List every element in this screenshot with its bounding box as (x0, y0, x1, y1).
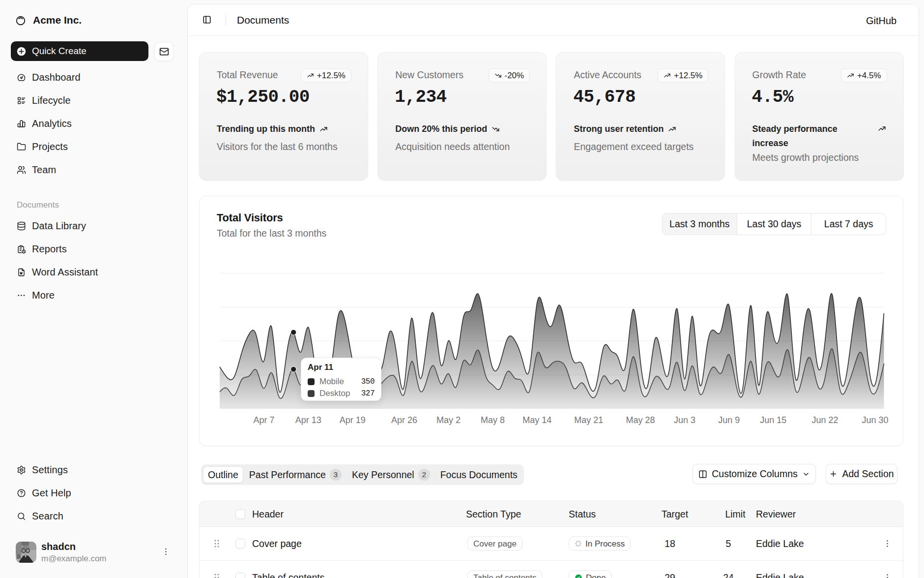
svg-text:Jun 9: Jun 9 (718, 415, 740, 425)
svg-text:May 2: May 2 (436, 415, 461, 425)
svg-text:Jun 22: Jun 22 (811, 415, 838, 425)
svg-text:May 14: May 14 (522, 415, 551, 425)
svg-text:Jun 15: Jun 15 (760, 415, 786, 425)
svg-text:Apr 26: Apr 26 (391, 415, 417, 425)
svg-text:May 28: May 28 (626, 415, 655, 425)
svg-text:May 21: May 21 (574, 415, 603, 425)
svg-text:May 8: May 8 (481, 415, 505, 425)
svg-text:Apr 19: Apr 19 (340, 415, 366, 425)
svg-text:Apr 7: Apr 7 (254, 415, 275, 425)
svg-text:Jun 3: Jun 3 (674, 415, 695, 425)
svg-text:Apr 13: Apr 13 (295, 415, 321, 425)
svg-text:Jun 30: Jun 30 (862, 415, 888, 425)
